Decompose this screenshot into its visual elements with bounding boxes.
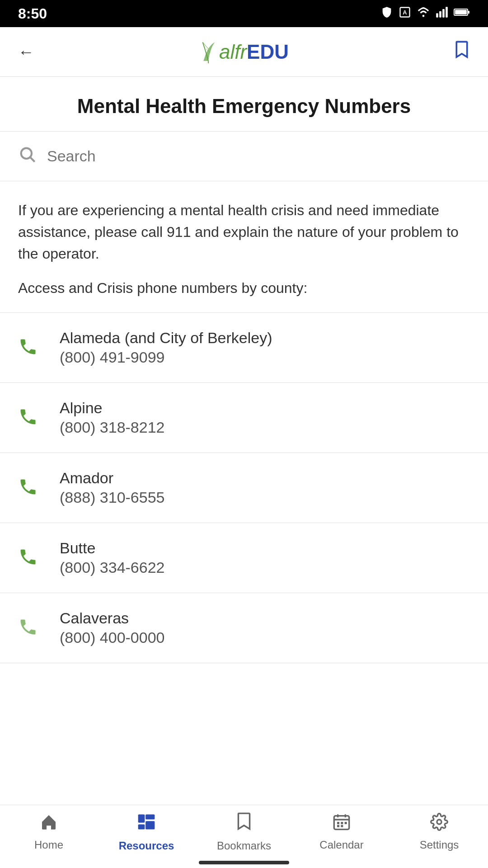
svg-rect-21	[341, 822, 343, 824]
phone-info: Butte (800) 334-6622	[60, 539, 165, 576]
phone-number: (800) 491-9099	[60, 349, 272, 366]
shield-icon	[380, 6, 393, 21]
phone-info: Calaveras (800) 400-0000	[60, 609, 165, 646]
svg-rect-7	[468, 11, 469, 14]
description-container: If you are experiencing a mental health …	[0, 181, 488, 313]
county-name: Alpine	[60, 399, 165, 417]
nav-resources-label: Resources	[119, 840, 174, 852]
phone-number: (800) 334-6622	[60, 559, 165, 576]
nav-home[interactable]: Home	[0, 813, 98, 851]
county-name: Alameda (and City of Berkeley)	[60, 329, 272, 347]
phone-icon-wrap	[18, 547, 38, 569]
logo-edu: EDU	[247, 41, 289, 63]
bottom-nav: Home Resources Bookmarks	[0, 805, 488, 868]
phone-call-icon	[18, 617, 38, 637]
svg-text:A: A	[403, 9, 407, 16]
phone-item[interactable]: Calaveras (800) 400-0000	[0, 593, 488, 663]
phone-call-icon	[18, 407, 38, 427]
phone-number: (888) 310-6555	[60, 489, 165, 506]
content-area: If you are experiencing a mental health …	[0, 181, 488, 736]
status-time: 8:50	[18, 5, 47, 22]
phone-info: Amador (888) 310-6555	[60, 469, 165, 506]
search-container	[0, 132, 488, 181]
app-logo: alfrEDU	[199, 41, 289, 63]
phone-icon-wrap	[18, 337, 38, 359]
phone-icon-wrap	[18, 617, 38, 639]
search-icon	[18, 145, 36, 167]
nav-calendar-label: Calendar	[319, 839, 363, 851]
status-bar: 8:50 A	[0, 0, 488, 27]
svg-rect-13	[138, 825, 145, 830]
svg-rect-12	[138, 815, 145, 823]
nav-settings[interactable]: Settings	[390, 813, 488, 851]
phone-item[interactable]: Alpine (800) 318-8212	[0, 383, 488, 453]
home-icon	[40, 813, 58, 835]
bookmarks-icon	[235, 812, 253, 836]
nav-bookmarks-label: Bookmarks	[217, 840, 271, 852]
phone-icon-wrap	[18, 407, 38, 429]
font-icon: A	[399, 6, 411, 21]
county-name: Calaveras	[60, 609, 165, 627]
nav-home-label: Home	[34, 839, 63, 851]
phone-number: (800) 400-0000	[60, 629, 165, 646]
phone-number: (800) 318-8212	[60, 419, 165, 436]
phone-call-icon	[18, 337, 38, 357]
svg-rect-8	[455, 10, 467, 14]
svg-rect-14	[145, 815, 155, 820]
phone-item[interactable]: Alameda (and City of Berkeley) (800) 491…	[0, 313, 488, 383]
svg-rect-3	[439, 11, 441, 18]
phone-item[interactable]: Amador (888) 310-6555	[0, 453, 488, 523]
nav-bar: ← alfrEDU	[0, 27, 488, 77]
back-button[interactable]: ←	[18, 42, 34, 61]
resources-icon	[136, 812, 156, 836]
svg-rect-23	[337, 825, 339, 827]
bookmark-button[interactable]	[454, 40, 470, 64]
svg-rect-4	[442, 9, 445, 18]
home-indicator	[199, 861, 289, 864]
svg-line-11	[31, 158, 35, 162]
county-name: Butte	[60, 539, 165, 557]
signal-icon	[436, 6, 448, 21]
crisis-description: If you are experiencing a mental health …	[18, 199, 470, 264]
search-input[interactable]	[47, 147, 470, 165]
county-name: Amador	[60, 469, 165, 487]
phone-icon-wrap	[18, 477, 38, 499]
svg-rect-22	[345, 822, 347, 824]
svg-rect-24	[341, 825, 343, 827]
svg-rect-20	[337, 822, 339, 824]
calendar-icon	[333, 813, 351, 835]
phone-call-icon	[18, 477, 38, 497]
svg-rect-2	[436, 13, 438, 17]
nav-settings-label: Settings	[420, 839, 459, 851]
svg-point-25	[437, 820, 441, 824]
svg-rect-5	[446, 7, 448, 17]
phone-call-icon	[18, 547, 38, 567]
page-title: Mental Health Emergency Numbers	[18, 95, 470, 118]
logo-alfr: alfr	[219, 41, 247, 63]
nav-resources[interactable]: Resources	[98, 812, 195, 852]
nav-bookmarks[interactable]: Bookmarks	[195, 812, 293, 852]
county-subtitle: Access and Crisis phone numbers by count…	[18, 277, 470, 299]
svg-point-10	[21, 148, 32, 159]
page-title-container: Mental Health Emergency Numbers	[0, 77, 488, 132]
svg-rect-15	[145, 821, 155, 829]
phone-info: Alameda (and City of Berkeley) (800) 491…	[60, 329, 272, 366]
feather-icon	[199, 41, 217, 63]
wifi-icon	[417, 6, 430, 21]
phone-list: Alameda (and City of Berkeley) (800) 491…	[0, 313, 488, 663]
phone-item[interactable]: Butte (800) 334-6622	[0, 523, 488, 593]
settings-icon	[430, 813, 448, 835]
battery-icon	[454, 6, 470, 21]
status-icons: A	[380, 6, 470, 21]
nav-calendar[interactable]: Calendar	[293, 813, 390, 851]
phone-info: Alpine (800) 318-8212	[60, 399, 165, 436]
